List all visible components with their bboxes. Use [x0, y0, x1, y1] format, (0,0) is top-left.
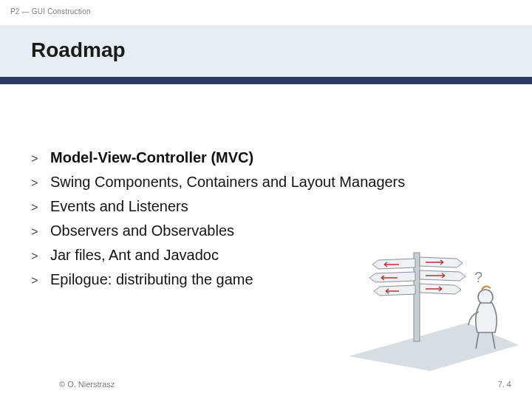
list-item: > Events and Listeners [31, 197, 489, 216]
slide-number: 7. 4 [498, 380, 511, 389]
svg-marker-2 [372, 259, 415, 269]
item-text: Model-View-Controller (MVC) [50, 148, 253, 168]
item-text: Jar files, Ant and Javadoc [50, 245, 219, 265]
list-item: > Model-View-Controller (MVC) [31, 148, 489, 168]
bullet-glyph: > [31, 202, 50, 215]
slide-title: Roadmap [0, 25, 532, 62]
bullet-glyph: > [31, 226, 50, 239]
bullet-glyph: > [31, 153, 50, 166]
item-text: Events and Listeners [50, 197, 188, 216]
list-item: > Swing Components, Containers and Layou… [31, 172, 489, 192]
bullet-glyph: > [31, 275, 50, 288]
bullet-glyph: > [31, 177, 50, 191]
svg-marker-3 [369, 272, 415, 282]
item-text: Swing Components, Containers and Layout … [50, 172, 405, 192]
footer-copyright: © O. Nierstrasz [59, 380, 115, 389]
svg-text:?: ? [474, 269, 482, 285]
svg-marker-4 [374, 285, 415, 296]
item-text: Observers and Observables [50, 221, 234, 241]
signpost-illustration: ? [349, 238, 519, 371]
title-band: Roadmap [0, 25, 532, 77]
bullet-glyph: > [31, 250, 50, 264]
course-topline: P2 — GUI Construction [10, 7, 91, 16]
accent-bar [0, 77, 532, 84]
svg-point-9 [478, 290, 493, 304]
item-text: Epilogue: distributing the game [50, 270, 253, 290]
